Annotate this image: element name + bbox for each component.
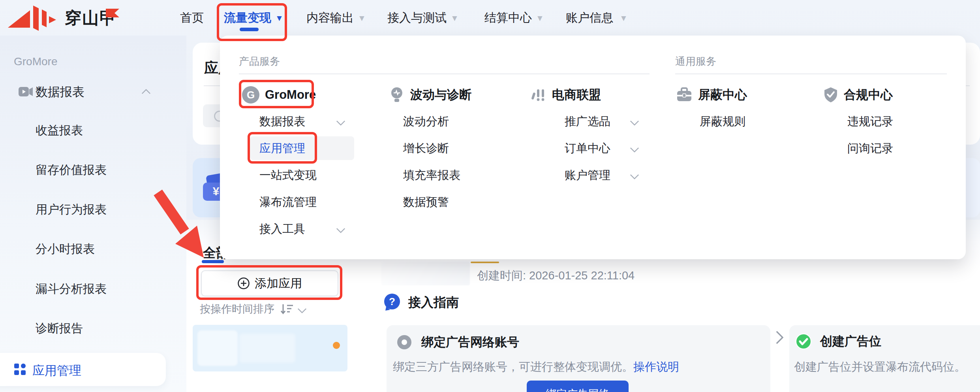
chevron-down-icon (630, 144, 639, 153)
dropdown-item-account-management[interactable]: 账户管理 (565, 167, 610, 183)
guide-title: 接入指南 (408, 294, 459, 311)
nav-item-home[interactable]: 首页 (180, 0, 204, 36)
step-card-header: 创建广告位 (796, 333, 881, 350)
sidebar-active-label: 应用管理 (32, 362, 81, 379)
caret-down-icon: ▼ (358, 14, 366, 22)
product-services-divider (239, 74, 650, 74)
sidebar: GroMore 数据报表 收益报表 留存价值报表 用户行为报表 分小时报表 漏斗… (0, 36, 186, 392)
sidebar-item-revenue-report[interactable]: 收益报表 (36, 122, 83, 139)
step2-title: 创建广告位 (820, 333, 881, 350)
dropdown-item-fluctuation-analysis[interactable]: 波动分析 (403, 113, 449, 129)
nav-settlement-label: 结算中心 (484, 10, 532, 26)
annotation-box-gromore (239, 80, 314, 108)
toolbox-icon (676, 87, 693, 103)
sidebar-item-user-behavior-report[interactable]: 用户行为报表 (36, 201, 107, 218)
dropdown-item-promotion-selection[interactable]: 推广选品 (565, 113, 610, 129)
annotation-box-add-app (196, 265, 342, 300)
sidebar-group-label: 数据报表 (36, 84, 84, 100)
nav-item-account[interactable]: 账户信息 ▼ (566, 0, 628, 36)
step-card-bind-network[interactable]: 绑定广告网络账号 绑定三方广告网络账号，可进行整体变现调优。操作说明 绑定广告网… (387, 325, 770, 392)
block-center-title: 屏蔽中心 (698, 81, 747, 108)
sidebar-group-data-reports[interactable]: 数据报表 (0, 82, 186, 103)
sidebar-item-hourly-report[interactable]: 分小时报表 (36, 240, 95, 258)
ecommerce-alliance-icon (530, 87, 546, 103)
step-done-check-icon (796, 334, 811, 349)
fluctuation-title: 波动与诊断 (410, 81, 471, 108)
step1-title: 绑定广告网络账号 (421, 334, 519, 351)
nav-item-integration-test[interactable]: 接入与测试 ▼ (387, 0, 459, 36)
question-bubble-icon: ? (383, 293, 401, 312)
dropdown-item-one-stop-monetization[interactable]: 一站式变现 (259, 167, 317, 183)
chevron-up-icon (142, 89, 151, 98)
shield-check-icon (823, 87, 838, 103)
dropdown-item-violation-records[interactable]: 违规记录 (847, 113, 893, 129)
product-services-header: 产品服务 (239, 55, 280, 68)
sidebar-section-label: GroMore (14, 55, 57, 68)
app-grid-icon (14, 364, 26, 375)
svg-text:?: ? (389, 296, 395, 307)
bind-network-button[interactable]: 绑定广告网络 (527, 381, 629, 392)
sidebar-item-diagnosis-report[interactable]: 诊断报告 (36, 320, 83, 337)
chevron-down-icon (630, 117, 639, 126)
nav-integration-test-label: 接入与测试 (387, 10, 447, 26)
step1-description: 绑定三方广告网络账号，可进行整体变现调优。操作说明 (393, 359, 679, 375)
compliance-title: 合规中心 (844, 81, 893, 108)
guide-section-header: ? 接入指南 (383, 293, 459, 312)
nav-content-output-label: 内容输出 (306, 10, 354, 26)
nav-account-label: 账户信息 (566, 10, 613, 26)
caret-down-icon: ▼ (451, 14, 459, 22)
nav-active-indicator (240, 28, 259, 31)
lightbulb-icon (389, 86, 405, 104)
nav-home-label: 首页 (180, 10, 204, 26)
chevron-down-icon (336, 117, 345, 126)
top-nav: 穿山甲 首页 流量变现 ▼ 内容输出 ▼ 接入与测试 ▼ 结算中心 ▼ 账户信息… (0, 0, 980, 36)
dropdown-item-data-alert[interactable]: 数据预警 (403, 194, 449, 210)
dropdown-item-waterfall-management[interactable]: 瀑布流管理 (259, 194, 317, 210)
brand-logo-flag (106, 9, 119, 17)
dropdown-item-block-rules[interactable]: 屏蔽规则 (700, 113, 745, 129)
caret-down-icon: ▼ (536, 14, 544, 22)
active-tab-accent-line (471, 262, 499, 263)
dropdown-item-order-center[interactable]: 订单中心 (565, 140, 610, 156)
app-list-item[interactable] (193, 325, 347, 371)
sidebar-item-funnel-report[interactable]: 漏斗分析报表 (36, 280, 107, 298)
monetization-dropdown-panel: 产品服务 通用服务 G GroMore 数据报表 应用管理 一站式变现 瀑布流管… (220, 36, 966, 259)
dropdown-col-compliance-header[interactable]: 合规中心 (823, 81, 893, 108)
step2-description: 创建广告位并设置瀑布流代码位。 (794, 359, 966, 375)
app-name-redacted (381, 262, 470, 285)
caret-down-icon: ▼ (620, 14, 628, 22)
chevron-down-icon (298, 305, 307, 314)
step-pending-icon (397, 335, 412, 350)
chevron-down-icon (630, 171, 639, 180)
dropdown-item-growth-diagnosis[interactable]: 增长诊断 (403, 140, 449, 156)
dropdown-item-integration-tools[interactable]: 接入工具 (259, 221, 305, 237)
chevron-down-icon (336, 224, 345, 234)
sort-label: 按操作时间排序 (200, 302, 274, 316)
annotation-box-nav-monetization (217, 3, 287, 41)
tab-all-underline (202, 260, 224, 263)
created-time-text: 创建时间: 2026-01-25 22:11:04 (477, 268, 635, 284)
app-name-placeholder (239, 334, 295, 363)
ecommerce-title: 电商联盟 (552, 81, 601, 108)
annotation-box-app-management (248, 132, 317, 164)
yuan-symbol-text: ¥ (213, 185, 220, 198)
dropdown-item-inquiry-records[interactable]: 问询记录 (847, 140, 893, 156)
step-card-header: 绑定广告网络账号 (397, 334, 519, 351)
dropdown-col-block-center-header[interactable]: 屏蔽中心 (676, 81, 747, 108)
nav-item-settlement[interactable]: 结算中心 ▼ (484, 0, 544, 36)
sidebar-item-app-management-active[interactable]: 应用管理 (0, 353, 166, 386)
sort-control[interactable]: 按操作时间排序 (200, 301, 305, 317)
operation-guide-link[interactable]: 操作说明 (633, 360, 679, 373)
step-card-create-placement[interactable]: 创建广告位 创建广告位并设置瀑布流代码位。 (789, 325, 980, 392)
sidebar-item-retention-value-report[interactable]: 留存价值报表 (36, 161, 107, 179)
dropdown-col-fluctuation-header[interactable]: 波动与诊断 (389, 81, 471, 108)
dropdown-item-fill-rate-report[interactable]: 填充率报表 (403, 167, 460, 183)
video-report-icon (18, 85, 33, 98)
general-services-header: 通用服务 (675, 55, 716, 68)
app-icon-placeholder (197, 330, 238, 366)
pangle-logo-icon (7, 3, 58, 33)
dropdown-item-data-reports[interactable]: 数据报表 (259, 113, 305, 129)
dropdown-col-ecommerce-header[interactable]: 电商联盟 (530, 81, 601, 108)
general-services-divider (675, 74, 947, 74)
nav-item-content-output[interactable]: 内容输出 ▼ (306, 0, 366, 36)
